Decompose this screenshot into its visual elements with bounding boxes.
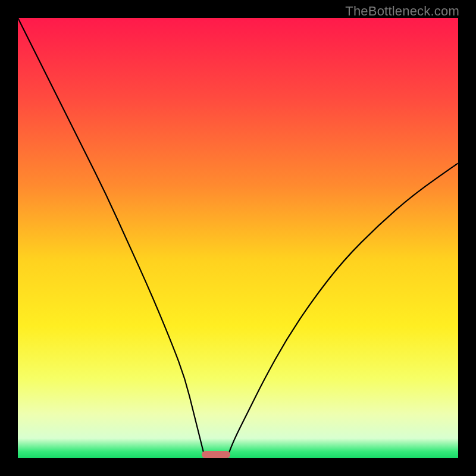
- gradient-background: [18, 18, 458, 458]
- chart-svg: [18, 18, 458, 458]
- plot-area: [18, 18, 458, 458]
- watermark-text: TheBottleneck.com: [345, 4, 459, 19]
- marker-pill: [202, 451, 230, 458]
- chart-frame: TheBottleneck.com: [0, 0, 476, 476]
